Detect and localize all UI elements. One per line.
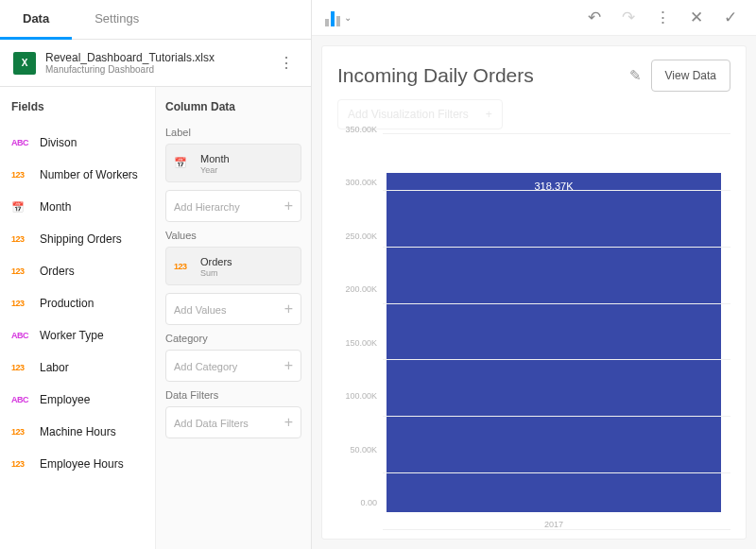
field-label: Shipping Orders (40, 232, 122, 246)
gridline (383, 190, 730, 191)
close-button[interactable]: ✕ (684, 8, 709, 27)
field-item[interactable]: 123Machine Hours (11, 416, 149, 448)
plus-icon: + (284, 197, 293, 214)
fields-title: Fields (11, 100, 149, 113)
add-values-button[interactable]: Add Values + (165, 293, 301, 325)
label-field-name: Month (200, 153, 230, 164)
field-item[interactable]: ABCDivison (11, 127, 149, 159)
plus-icon: + (284, 357, 293, 374)
y-tick-label: 200.00K (345, 284, 377, 294)
visualization-card: Incoming Daily Orders ✎ View Data Add Vi… (321, 45, 747, 540)
calendar-icon: 📅 (174, 157, 195, 169)
values-section-title: Values (165, 230, 301, 241)
x-axis-label: 2017 (383, 520, 725, 529)
field-item[interactable]: 123Shipping Orders (11, 223, 149, 255)
bar-chart-icon (325, 9, 340, 26)
plus-icon: + (284, 414, 293, 431)
redo-button[interactable]: ↷ (616, 8, 641, 27)
text-field-icon: ABC (11, 331, 32, 340)
view-data-button[interactable]: View Data (651, 60, 730, 92)
gridline (383, 416, 730, 417)
y-tick-label: 100.00K (345, 391, 377, 401)
y-tick-label: 50.00K (350, 445, 377, 455)
edit-title-icon[interactable]: ✎ (629, 67, 642, 84)
y-tick-label: 150.00K (345, 338, 377, 348)
date-field-icon: 📅 (11, 201, 32, 214)
text-field-icon: ABC (11, 138, 32, 147)
field-label: Labor (40, 361, 69, 374)
add-hierarchy-button[interactable]: Add Hierarchy + (165, 190, 301, 222)
number-field-icon: 123 (11, 299, 32, 308)
field-item[interactable]: 123Employee Hours (11, 448, 149, 480)
field-label: Orders (40, 265, 75, 278)
text-field-icon: ABC (11, 395, 32, 404)
field-label: Worker Type (40, 329, 104, 342)
add-category-button[interactable]: Add Category + (165, 350, 301, 382)
chart-type-selector[interactable]: ⌄ (325, 9, 352, 26)
chart-area: 0.0050.00K100.00K150.00K200.00K250.00K30… (337, 133, 730, 529)
field-label: Month (40, 200, 71, 214)
number-field-icon: 123 (11, 427, 32, 437)
field-item[interactable]: ABCEmployee (11, 384, 149, 416)
field-item[interactable]: ABCWorker Type (11, 319, 149, 352)
overflow-menu-icon[interactable]: ⋮ (650, 8, 675, 27)
field-label: Employee Hours (40, 457, 124, 471)
gridline (383, 529, 730, 530)
column-data-panel: Column Data Label 📅 Month Year Add Hiera… (155, 87, 311, 549)
plus-icon: + (284, 300, 293, 317)
column-data-title: Column Data (165, 100, 301, 113)
field-item[interactable]: 123Orders (11, 255, 149, 287)
gridline (383, 303, 730, 304)
number-field-icon: 123 (11, 234, 32, 244)
gridline (383, 133, 730, 134)
fields-panel: Fields ABCDivison123Number of Workers📅Mo… (0, 87, 155, 549)
y-tick-label: 0.00 (360, 498, 377, 507)
number-field-icon: 123 (11, 266, 32, 276)
viz-toolbar: ⌄ ↶ ↷ ⋮ ✕ ✓ (312, 0, 756, 36)
datasource-filename: Reveal_Dashboard_Tutorials.xlsx (45, 51, 266, 64)
datasource-menu-icon[interactable]: ⋮ (275, 54, 298, 72)
field-item[interactable]: 123Labor (11, 352, 149, 384)
excel-file-icon: X (13, 52, 36, 75)
field-label: Divison (40, 136, 77, 149)
field-item[interactable]: 📅Month (11, 191, 149, 223)
values-field-agg: Sum (200, 268, 293, 278)
number-field-icon: 123 (11, 459, 32, 469)
chart-bar[interactable]: 318.37K (387, 173, 721, 512)
number-field-icon: 123 (11, 363, 32, 372)
datasource-row[interactable]: X Reveal_Dashboard_Tutorials.xlsx Manufa… (0, 40, 311, 87)
field-item[interactable]: 123Number of Workers (11, 159, 149, 191)
y-tick-label: 350.00K (345, 125, 377, 134)
confirm-button[interactable]: ✓ (718, 8, 743, 27)
viz-title: Incoming Daily Orders (337, 64, 620, 87)
gridline (383, 472, 730, 473)
datasource-sheet: Manufacturing Dashboard (45, 64, 266, 75)
plus-icon: + (486, 108, 492, 121)
label-field-pill[interactable]: 📅 Month Year (165, 144, 301, 182)
chevron-down-icon: ⌄ (344, 12, 352, 23)
field-label: Production (40, 297, 94, 310)
values-field-name: Orders (200, 256, 232, 267)
number-field-icon: 123 (11, 170, 32, 180)
field-label: Number of Workers (40, 168, 138, 181)
y-tick-label: 250.00K (345, 232, 377, 241)
gridline (383, 247, 730, 248)
tab-data[interactable]: Data (0, 0, 72, 40)
left-tabs: Data Settings (0, 0, 311, 40)
field-item[interactable]: 123Production (11, 287, 149, 319)
field-label: Employee (40, 393, 90, 406)
values-field-pill[interactable]: 123 Orders Sum (165, 247, 301, 285)
label-field-agg: Year (200, 165, 293, 175)
filters-section-title: Data Filters (165, 389, 301, 401)
add-data-filters-button[interactable]: Add Data Filters + (165, 406, 301, 438)
gridline (383, 359, 730, 360)
category-section-title: Category (165, 333, 301, 344)
tab-settings[interactable]: Settings (72, 0, 162, 39)
field-label: Machine Hours (40, 425, 116, 438)
undo-button[interactable]: ↶ (582, 8, 607, 27)
y-tick-label: 300.00K (345, 178, 377, 187)
number-field-icon: 123 (174, 262, 195, 271)
label-section-title: Label (165, 127, 301, 138)
